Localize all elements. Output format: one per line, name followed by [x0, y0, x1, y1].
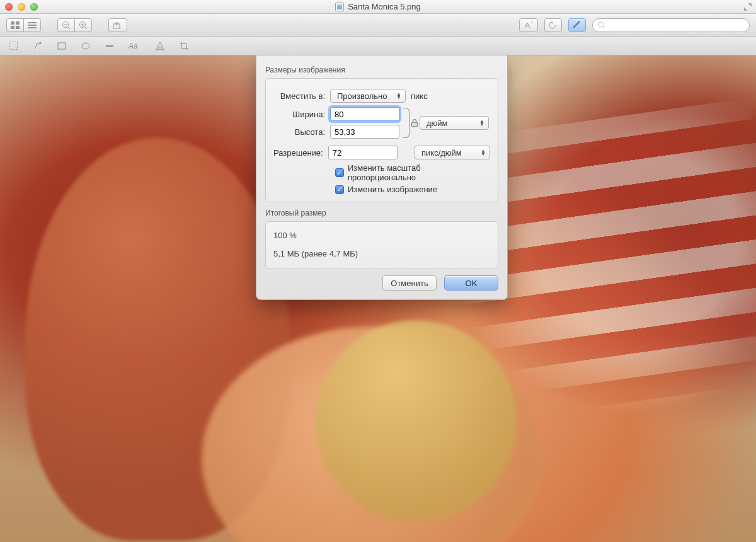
fullscreen-button[interactable] [743, 3, 752, 11]
view-mode-group [6, 18, 41, 32]
instant-alpha-icon[interactable] [33, 41, 43, 51]
rotate-button[interactable] [544, 18, 562, 32]
ellipse-shape-icon[interactable] [81, 41, 91, 51]
main-toolbar [0, 14, 756, 37]
svg-rect-25 [412, 122, 418, 127]
resolution-unit-value: пикс/дюйм [421, 148, 462, 158]
result-fieldset: 100 % 5,1 МБ (ранее 4,7 МБ) [265, 221, 498, 269]
width-label: Ширина: [273, 110, 330, 119]
text-tool-icon[interactable]: Aa [129, 41, 141, 51]
window-title-text: Santa Monica 5.png [348, 2, 421, 11]
markup-button[interactable] [568, 18, 586, 32]
zoom-group [57, 18, 92, 32]
select-arrows-icon: ▲▼ [481, 149, 486, 156]
thumbnails-button[interactable] [6, 18, 24, 32]
markup-toolbar: Aa [0, 37, 756, 55]
cancel-button[interactable]: Отменить [382, 275, 437, 291]
result-size-line: 5,1 МБ (ранее 4,7 МБ) [273, 249, 490, 258]
select-arrows-icon: ▲▼ [479, 120, 484, 126]
svg-line-16 [603, 26, 605, 28]
fit-into-label: Вместить в: [273, 91, 330, 101]
search-field[interactable] [592, 18, 750, 32]
resample-image-checkbox[interactable] [335, 185, 344, 194]
svg-marker-23 [156, 42, 164, 50]
dimensions-fieldset: Вместить в: Произвольно ▲▼ пикс Ширина: … [265, 78, 498, 202]
resolution-unit-select[interactable]: пикс/дюйм ▲▼ [415, 146, 490, 159]
svg-line-8 [68, 26, 71, 29]
result-percent: 100 % [273, 231, 490, 240]
scale-proportionally-checkbox[interactable] [335, 168, 344, 177]
rectangle-shape-icon[interactable] [57, 41, 67, 51]
lock-icon[interactable] [411, 118, 418, 127]
svg-point-15 [598, 22, 604, 27]
close-window-button[interactable] [5, 3, 13, 11]
image-dimensions-label: Размеры изображения [265, 66, 498, 74]
svg-rect-17 [10, 42, 18, 49]
resize-dialog: Размеры изображения Вместить в: Произвол… [256, 55, 508, 300]
svg-point-18 [40, 42, 42, 43]
height-input[interactable] [330, 125, 399, 139]
zoom-out-button[interactable] [57, 18, 75, 32]
width-input[interactable] [330, 107, 399, 121]
scale-proportionally-label: Изменить масштаб пропорционально [348, 163, 490, 182]
image-canvas[interactable]: Размеры изображения Вместить в: Произвол… [0, 55, 756, 542]
height-label: Высота: [273, 127, 330, 137]
svg-rect-19 [58, 43, 66, 49]
svg-rect-3 [16, 26, 20, 29]
window-title: Santa Monica 5.png [0, 2, 756, 11]
resolution-label: Разрешение: [273, 148, 328, 158]
fit-into-value: Произвольно [337, 91, 387, 101]
select-arrows-icon: ▲▼ [396, 93, 401, 99]
crop-tool-icon[interactable] [179, 41, 189, 51]
adjust-color-icon[interactable] [155, 41, 165, 51]
ok-button[interactable]: OK [444, 275, 498, 291]
svg-rect-0 [11, 21, 14, 25]
result-section-label: Итоговый размер [265, 209, 498, 217]
minimize-window-button[interactable] [18, 3, 25, 11]
svg-text:Aa: Aa [129, 42, 138, 50]
line-shape-icon[interactable] [105, 41, 115, 51]
window-controls [5, 3, 38, 11]
zoom-in-button[interactable] [74, 18, 92, 32]
document-icon [335, 3, 344, 11]
svg-rect-4 [28, 22, 37, 23]
svg-rect-5 [28, 25, 37, 26]
svg-rect-1 [16, 21, 20, 25]
svg-point-20 [82, 43, 89, 49]
aspect-lock-bracket [403, 108, 410, 138]
selection-tool-icon[interactable] [9, 41, 19, 51]
list-button[interactable] [23, 18, 41, 32]
wh-unit-select[interactable]: дюйм ▲▼ [420, 116, 489, 130]
search-input[interactable] [608, 21, 744, 30]
search-icon [598, 21, 605, 29]
fit-into-unit: пикс [411, 91, 428, 101]
svg-rect-6 [28, 27, 37, 28]
fit-into-select[interactable]: Произвольно ▲▼ [330, 89, 406, 103]
resample-image-label: Изменить изображение [348, 185, 437, 194]
zoom-window-button[interactable] [30, 3, 38, 11]
highlight-button[interactable] [519, 18, 538, 32]
svg-rect-2 [11, 26, 14, 29]
wh-unit-value: дюйм [427, 118, 448, 128]
share-button[interactable] [108, 18, 127, 32]
resolution-input[interactable] [328, 146, 398, 159]
titlebar: Santa Monica 5.png [0, 0, 756, 14]
svg-line-11 [85, 26, 88, 29]
